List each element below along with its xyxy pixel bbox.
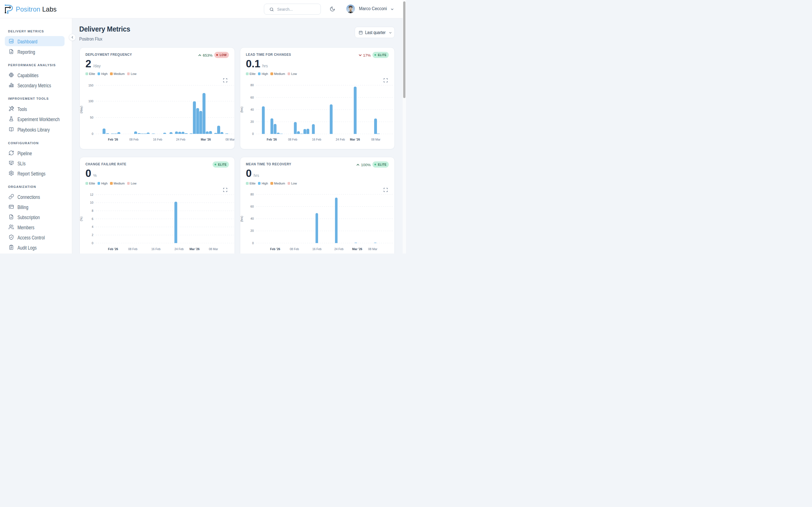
svg-text:08 Mar: 08 Mar [225,138,235,141]
svg-text:Feb '26: Feb '26 [270,247,280,251]
svg-text:(%): (%) [80,217,83,221]
svg-text:12: 12 [90,193,93,196]
svg-text:100: 100 [88,100,93,103]
svg-text:16 Feb: 16 Feb [151,247,161,251]
svg-text:08 Mar: 08 Mar [209,247,218,251]
svg-text:Feb '26: Feb '26 [108,247,118,251]
svg-text:24 Feb: 24 Feb [336,138,345,141]
svg-text:80: 80 [250,193,254,196]
svg-text:60: 60 [250,96,254,99]
svg-text:Feb '26: Feb '26 [267,138,277,141]
svg-text:(/day): (/day) [80,106,83,114]
svg-text:24 Feb: 24 Feb [174,247,184,251]
svg-text:08 Mar: 08 Mar [368,247,377,251]
svg-text:4: 4 [92,225,93,228]
svg-text:Mar '26: Mar '26 [352,247,362,251]
svg-text:08 Feb: 08 Feb [288,138,297,141]
svg-text:40: 40 [250,217,254,220]
svg-text:16 Feb: 16 Feb [312,247,322,251]
svg-text:8: 8 [92,209,93,212]
svg-text:16 Feb: 16 Feb [312,138,321,141]
svg-text:20: 20 [250,229,254,232]
svg-text:08 Feb: 08 Feb [130,138,139,141]
svg-text:20: 20 [250,120,254,123]
svg-text:(hrs): (hrs) [240,107,243,113]
svg-text:0: 0 [252,132,254,135]
svg-text:Feb '26: Feb '26 [108,138,118,141]
svg-text:80: 80 [250,83,254,87]
svg-text:08 Feb: 08 Feb [290,247,299,251]
svg-text:0: 0 [92,241,93,245]
svg-text:50: 50 [90,116,93,119]
svg-text:Mar '26: Mar '26 [201,138,211,141]
svg-text:(hrs): (hrs) [240,216,243,222]
svg-text:0: 0 [92,132,93,135]
svg-text:60: 60 [250,205,254,208]
svg-text:150: 150 [88,83,93,87]
svg-text:0: 0 [252,241,254,245]
svg-text:24 Feb: 24 Feb [176,138,186,141]
svg-text:2: 2 [92,233,93,237]
svg-text:Mar '26: Mar '26 [350,138,360,141]
svg-text:08 Feb: 08 Feb [128,247,138,251]
svg-text:16 Feb: 16 Feb [153,138,162,141]
svg-text:24 Feb: 24 Feb [335,247,344,251]
svg-text:40: 40 [250,108,254,111]
svg-text:6: 6 [92,217,93,221]
svg-text:10: 10 [90,201,93,204]
svg-text:08 Mar: 08 Mar [371,138,380,141]
svg-text:Mar '26: Mar '26 [190,247,200,251]
